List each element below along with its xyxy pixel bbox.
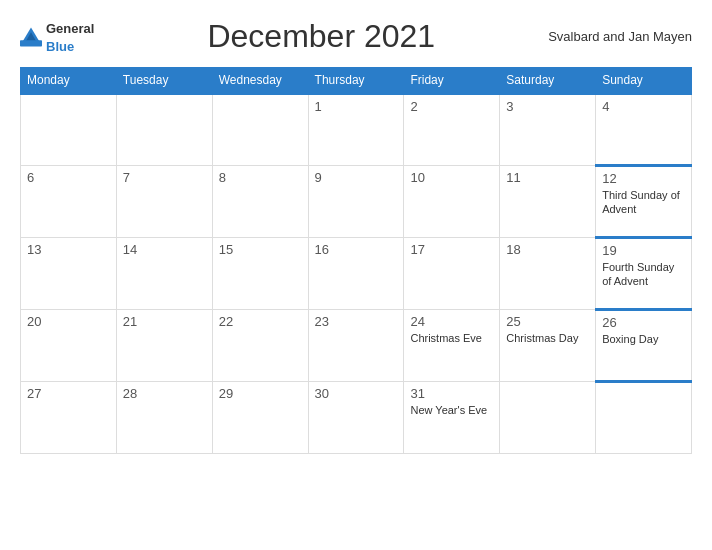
table-row: 18	[500, 238, 596, 310]
table-row	[500, 382, 596, 454]
svg-rect-2	[20, 40, 42, 46]
day-event: Third Sunday of Advent	[602, 189, 680, 215]
table-row: 24Christmas Eve	[404, 310, 500, 382]
calendar-week-2: 6789101112Third Sunday of Advent	[21, 166, 692, 238]
col-tuesday: Tuesday	[116, 68, 212, 94]
day-number: 2	[410, 99, 493, 114]
col-friday: Friday	[404, 68, 500, 94]
day-event: New Year's Eve	[410, 404, 487, 416]
table-row: 10	[404, 166, 500, 238]
day-number: 23	[315, 314, 398, 329]
table-row: 17	[404, 238, 500, 310]
logo-general: General Blue	[46, 19, 94, 55]
day-number: 8	[219, 170, 302, 185]
day-number: 21	[123, 314, 206, 329]
day-number: 7	[123, 170, 206, 185]
day-number: 30	[315, 386, 398, 401]
col-monday: Monday	[21, 68, 117, 94]
day-event: Christmas Day	[506, 332, 578, 344]
table-row: 22	[212, 310, 308, 382]
day-number: 15	[219, 242, 302, 257]
day-number: 18	[506, 242, 589, 257]
logo-icon	[20, 26, 42, 48]
col-sunday: Sunday	[596, 68, 692, 94]
table-row: 7	[116, 166, 212, 238]
table-row: 29	[212, 382, 308, 454]
day-number: 26	[602, 315, 685, 330]
day-number: 17	[410, 242, 493, 257]
calendar-week-1: 1234	[21, 94, 692, 166]
day-number: 29	[219, 386, 302, 401]
table-row: 12Third Sunday of Advent	[596, 166, 692, 238]
day-number: 6	[27, 170, 110, 185]
table-row: 13	[21, 238, 117, 310]
day-number: 24	[410, 314, 493, 329]
table-row: 15	[212, 238, 308, 310]
calendar-week-4: 2021222324Christmas Eve25Christmas Day26…	[21, 310, 692, 382]
day-event: Boxing Day	[602, 333, 658, 345]
table-row: 4	[596, 94, 692, 166]
table-row: 21	[116, 310, 212, 382]
col-thursday: Thursday	[308, 68, 404, 94]
day-number: 11	[506, 170, 589, 185]
table-row: 27	[21, 382, 117, 454]
day-number: 9	[315, 170, 398, 185]
day-event: Fourth Sunday of Advent	[602, 261, 674, 287]
day-number: 14	[123, 242, 206, 257]
table-row	[212, 94, 308, 166]
day-number: 10	[410, 170, 493, 185]
table-row: 30	[308, 382, 404, 454]
table-row	[21, 94, 117, 166]
table-row: 6	[21, 166, 117, 238]
table-row	[116, 94, 212, 166]
calendar-header-row: Monday Tuesday Wednesday Thursday Friday…	[21, 68, 692, 94]
day-number: 25	[506, 314, 589, 329]
logo: General Blue	[20, 19, 94, 55]
table-row: 3	[500, 94, 596, 166]
day-number: 28	[123, 386, 206, 401]
day-number: 22	[219, 314, 302, 329]
table-row: 28	[116, 382, 212, 454]
day-number: 27	[27, 386, 110, 401]
table-row: 11	[500, 166, 596, 238]
day-number: 1	[315, 99, 398, 114]
table-row: 31New Year's Eve	[404, 382, 500, 454]
day-number: 13	[27, 242, 110, 257]
table-row: 26Boxing Day	[596, 310, 692, 382]
col-saturday: Saturday	[500, 68, 596, 94]
table-row: 19Fourth Sunday of Advent	[596, 238, 692, 310]
day-number: 4	[602, 99, 685, 114]
table-row: 2	[404, 94, 500, 166]
table-row: 8	[212, 166, 308, 238]
calendar: Monday Tuesday Wednesday Thursday Friday…	[20, 67, 692, 454]
day-number: 31	[410, 386, 493, 401]
table-row	[596, 382, 692, 454]
day-event: Christmas Eve	[410, 332, 482, 344]
day-number: 3	[506, 99, 589, 114]
calendar-week-5: 2728293031New Year's Eve	[21, 382, 692, 454]
page: General Blue December 2021 Svalbard and …	[0, 0, 712, 550]
table-row: 25Christmas Day	[500, 310, 596, 382]
header: General Blue December 2021 Svalbard and …	[20, 18, 692, 55]
day-number: 19	[602, 243, 685, 258]
table-row: 23	[308, 310, 404, 382]
table-row: 1	[308, 94, 404, 166]
table-row: 9	[308, 166, 404, 238]
day-number: 16	[315, 242, 398, 257]
table-row: 16	[308, 238, 404, 310]
calendar-week-3: 13141516171819Fourth Sunday of Advent	[21, 238, 692, 310]
month-title: December 2021	[94, 18, 548, 55]
table-row: 20	[21, 310, 117, 382]
region-label: Svalbard and Jan Mayen	[548, 29, 692, 44]
day-number: 20	[27, 314, 110, 329]
col-wednesday: Wednesday	[212, 68, 308, 94]
table-row: 14	[116, 238, 212, 310]
day-number: 12	[602, 171, 685, 186]
